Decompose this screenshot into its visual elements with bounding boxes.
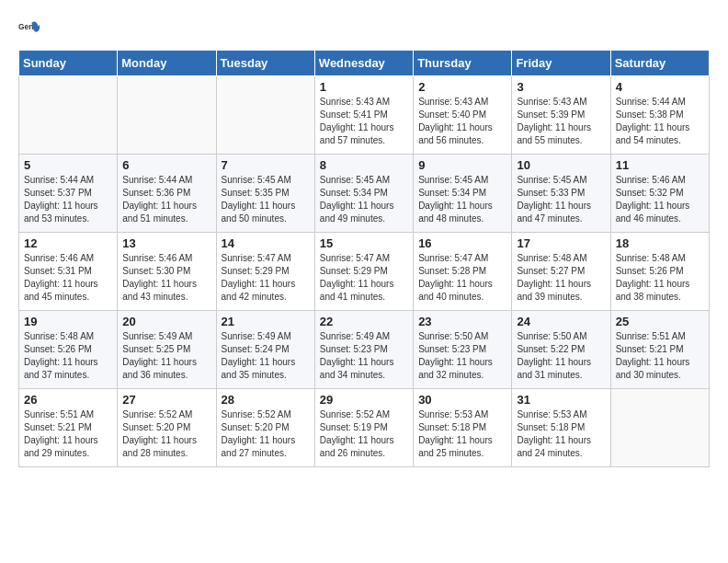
day-info: Sunrise: 5:45 AM Sunset: 5:35 PM Dayligh… (222, 174, 310, 225)
calendar-cell: 21Sunrise: 5:49 AM Sunset: 5:24 PM Dayli… (216, 311, 314, 389)
day-info: Sunrise: 5:47 AM Sunset: 5:28 PM Dayligh… (418, 252, 506, 304)
day-number: 22 (320, 315, 408, 328)
day-info: Sunrise: 5:46 AM Sunset: 5:31 PM Dayligh… (24, 252, 112, 304)
calendar-cell: 9Sunrise: 5:45 AM Sunset: 5:34 PM Daylig… (414, 155, 512, 233)
day-info: Sunrise: 5:50 AM Sunset: 5:23 PM Dayligh… (418, 330, 506, 382)
day-number: 6 (122, 158, 210, 172)
day-info: Sunrise: 5:49 AM Sunset: 5:25 PM Dayligh… (122, 330, 210, 382)
day-number: 30 (418, 393, 506, 407)
page-header: Gen (18, 18, 710, 40)
calendar-cell: 14Sunrise: 5:47 AM Sunset: 5:29 PM Dayli… (216, 233, 314, 311)
calendar-cell: 29Sunrise: 5:52 AM Sunset: 5:19 PM Dayli… (314, 389, 413, 467)
calendar-week-5: 26Sunrise: 5:51 AM Sunset: 5:21 PM Dayli… (19, 389, 710, 467)
calendar-cell (216, 76, 314, 155)
calendar-cell: 19Sunrise: 5:48 AM Sunset: 5:26 PM Dayli… (19, 311, 118, 389)
day-number: 11 (616, 158, 704, 172)
day-info: Sunrise: 5:44 AM Sunset: 5:36 PM Dayligh… (122, 174, 210, 225)
col-header-saturday: Saturday (610, 51, 709, 76)
calendar-cell: 11Sunrise: 5:46 AM Sunset: 5:32 PM Dayli… (610, 155, 709, 233)
calendar-cell: 3Sunrise: 5:43 AM Sunset: 5:39 PM Daylig… (512, 76, 610, 155)
day-info: Sunrise: 5:45 AM Sunset: 5:34 PM Dayligh… (418, 174, 506, 225)
day-info: Sunrise: 5:46 AM Sunset: 5:30 PM Dayligh… (122, 252, 210, 304)
day-number: 26 (24, 393, 112, 407)
calendar-cell (118, 76, 216, 155)
day-info: Sunrise: 5:53 AM Sunset: 5:18 PM Dayligh… (517, 408, 605, 460)
calendar-cell: 22Sunrise: 5:49 AM Sunset: 5:23 PM Dayli… (314, 311, 413, 389)
calendar-cell: 31Sunrise: 5:53 AM Sunset: 5:18 PM Dayli… (512, 389, 610, 467)
calendar-cell: 18Sunrise: 5:48 AM Sunset: 5:26 PM Dayli… (610, 233, 709, 311)
calendar-cell: 27Sunrise: 5:52 AM Sunset: 5:20 PM Dayli… (118, 389, 216, 467)
day-number: 5 (24, 158, 112, 172)
day-info: Sunrise: 5:48 AM Sunset: 5:27 PM Dayligh… (517, 252, 605, 304)
calendar-cell: 30Sunrise: 5:53 AM Sunset: 5:18 PM Dayli… (414, 389, 512, 467)
day-number: 9 (418, 158, 506, 172)
calendar-cell: 8Sunrise: 5:45 AM Sunset: 5:34 PM Daylig… (314, 155, 413, 233)
day-number: 25 (616, 315, 704, 328)
day-info: Sunrise: 5:52 AM Sunset: 5:19 PM Dayligh… (320, 408, 408, 460)
logo-icon: Gen (18, 18, 40, 40)
day-number: 13 (122, 236, 210, 250)
calendar-cell: 4Sunrise: 5:44 AM Sunset: 5:38 PM Daylig… (610, 76, 709, 155)
day-number: 29 (320, 393, 408, 407)
day-number: 3 (517, 80, 605, 94)
day-number: 14 (222, 236, 310, 250)
day-info: Sunrise: 5:49 AM Sunset: 5:23 PM Dayligh… (320, 330, 408, 382)
calendar-cell: 25Sunrise: 5:51 AM Sunset: 5:21 PM Dayli… (610, 311, 709, 389)
day-info: Sunrise: 5:53 AM Sunset: 5:18 PM Dayligh… (418, 408, 506, 460)
col-header-monday: Monday (118, 51, 216, 76)
calendar-cell (19, 76, 118, 155)
calendar-cell: 6Sunrise: 5:44 AM Sunset: 5:36 PM Daylig… (118, 155, 216, 233)
calendar-cell: 7Sunrise: 5:45 AM Sunset: 5:35 PM Daylig… (216, 155, 314, 233)
day-number: 4 (616, 80, 704, 94)
day-number: 23 (418, 315, 506, 328)
day-number: 2 (418, 80, 506, 94)
calendar-cell (610, 389, 709, 467)
logo: Gen (18, 18, 44, 40)
day-number: 7 (222, 158, 310, 172)
calendar-cell: 10Sunrise: 5:45 AM Sunset: 5:33 PM Dayli… (512, 155, 610, 233)
day-number: 28 (222, 393, 310, 407)
day-info: Sunrise: 5:52 AM Sunset: 5:20 PM Dayligh… (122, 408, 210, 460)
col-header-sunday: Sunday (19, 51, 118, 76)
calendar-cell: 2Sunrise: 5:43 AM Sunset: 5:40 PM Daylig… (414, 76, 512, 155)
day-number: 16 (418, 236, 506, 250)
day-number: 20 (122, 315, 210, 328)
calendar-cell: 20Sunrise: 5:49 AM Sunset: 5:25 PM Dayli… (118, 311, 216, 389)
day-number: 17 (517, 236, 605, 250)
day-info: Sunrise: 5:51 AM Sunset: 5:21 PM Dayligh… (616, 330, 704, 382)
day-number: 31 (517, 393, 605, 407)
calendar-cell: 28Sunrise: 5:52 AM Sunset: 5:20 PM Dayli… (216, 389, 314, 467)
calendar-cell: 17Sunrise: 5:48 AM Sunset: 5:27 PM Dayli… (512, 233, 610, 311)
day-number: 21 (222, 315, 310, 328)
col-header-tuesday: Tuesday (216, 51, 314, 76)
day-info: Sunrise: 5:45 AM Sunset: 5:34 PM Dayligh… (320, 174, 408, 225)
day-info: Sunrise: 5:48 AM Sunset: 5:26 PM Dayligh… (616, 252, 704, 304)
day-info: Sunrise: 5:48 AM Sunset: 5:26 PM Dayligh… (24, 330, 112, 382)
day-info: Sunrise: 5:43 AM Sunset: 5:39 PM Dayligh… (517, 96, 605, 147)
calendar-week-1: 1Sunrise: 5:43 AM Sunset: 5:41 PM Daylig… (19, 76, 710, 155)
calendar-cell: 13Sunrise: 5:46 AM Sunset: 5:30 PM Dayli… (118, 233, 216, 311)
calendar-cell: 26Sunrise: 5:51 AM Sunset: 5:21 PM Dayli… (19, 389, 118, 467)
calendar-cell: 1Sunrise: 5:43 AM Sunset: 5:41 PM Daylig… (314, 76, 413, 155)
day-number: 8 (320, 158, 408, 172)
day-number: 1 (320, 80, 408, 94)
day-info: Sunrise: 5:44 AM Sunset: 5:37 PM Dayligh… (24, 174, 112, 225)
day-info: Sunrise: 5:46 AM Sunset: 5:32 PM Dayligh… (616, 174, 704, 225)
calendar-table: SundayMondayTuesdayWednesdayThursdayFrid… (18, 50, 710, 467)
day-info: Sunrise: 5:47 AM Sunset: 5:29 PM Dayligh… (320, 252, 408, 304)
day-info: Sunrise: 5:52 AM Sunset: 5:20 PM Dayligh… (222, 408, 310, 460)
calendar-week-3: 12Sunrise: 5:46 AM Sunset: 5:31 PM Dayli… (19, 233, 710, 311)
calendar-cell: 16Sunrise: 5:47 AM Sunset: 5:28 PM Dayli… (414, 233, 512, 311)
day-info: Sunrise: 5:47 AM Sunset: 5:29 PM Dayligh… (222, 252, 310, 304)
calendar-week-2: 5Sunrise: 5:44 AM Sunset: 5:37 PM Daylig… (19, 155, 710, 233)
day-number: 10 (517, 158, 605, 172)
day-number: 27 (122, 393, 210, 407)
col-header-friday: Friday (512, 51, 610, 76)
day-info: Sunrise: 5:44 AM Sunset: 5:38 PM Dayligh… (616, 96, 704, 147)
day-info: Sunrise: 5:49 AM Sunset: 5:24 PM Dayligh… (222, 330, 310, 382)
day-info: Sunrise: 5:51 AM Sunset: 5:21 PM Dayligh… (24, 408, 112, 460)
day-number: 18 (616, 236, 704, 250)
day-number: 19 (24, 315, 112, 328)
day-number: 12 (24, 236, 112, 250)
calendar-cell: 5Sunrise: 5:44 AM Sunset: 5:37 PM Daylig… (19, 155, 118, 233)
